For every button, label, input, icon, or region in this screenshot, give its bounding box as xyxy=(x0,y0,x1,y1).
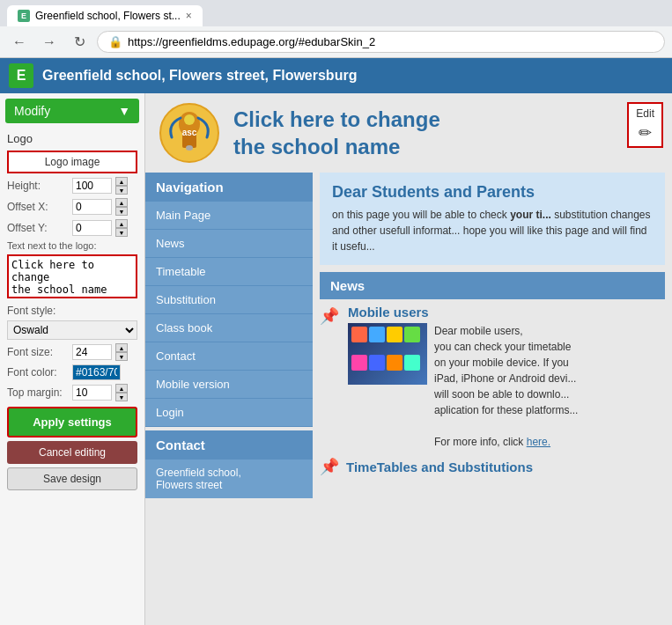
more-info-link[interactable]: here. xyxy=(527,436,550,448)
app-title: Greenfield school, Flowers street, Flowe… xyxy=(42,68,357,84)
apply-settings-btn[interactable]: Apply settings xyxy=(7,407,137,438)
cancel-editing-btn[interactable]: Cancel editing xyxy=(7,441,137,464)
edit-box[interactable]: Edit ✏ xyxy=(627,102,663,148)
top-margin-up[interactable]: ▲ xyxy=(115,384,128,393)
nav-item-login[interactable]: Login xyxy=(145,399,313,427)
school-header: asc Click here to change the school name… xyxy=(145,93,672,173)
news-pin-icon: 📌 xyxy=(320,306,339,450)
svg-point-3 xyxy=(184,114,195,125)
top-margin-input[interactable] xyxy=(72,385,112,401)
contact-line1: Greenfield school, xyxy=(156,467,302,479)
font-size-label: Font size: xyxy=(7,346,69,358)
school-logo: asc xyxy=(159,102,220,164)
logo-section-label: Logo xyxy=(0,129,144,149)
height-down[interactable]: ▼ xyxy=(115,186,128,195)
news-item: 📌 Mobile users xyxy=(320,305,665,450)
browser-tab[interactable]: E Greenfield school, Flowers st... × xyxy=(7,5,203,26)
text-next-label: Text next to the logo: xyxy=(0,239,144,253)
main-layout: Modify ▼ Logo Logo image Height: ▲ ▼ Off… xyxy=(0,93,672,625)
tab-close-btn[interactable]: × xyxy=(186,10,192,22)
school-name-line1: Click here to change xyxy=(233,106,440,133)
font-size-spinners: ▲ ▼ xyxy=(115,343,128,361)
content-area: asc Click here to change the school name… xyxy=(145,93,672,625)
app-logo: E xyxy=(9,63,33,88)
offset-y-field-row: Offset Y: ▲ ▼ xyxy=(0,217,144,239)
tab-title: Greenfield school, Flowers st... xyxy=(35,10,181,22)
modify-btn[interactable]: Modify ▼ xyxy=(5,99,139,123)
offset-y-up[interactable]: ▲ xyxy=(115,219,128,228)
logo-image-btn[interactable]: Logo image xyxy=(7,151,137,173)
nav-item-mobile[interactable]: Mobile version xyxy=(145,371,313,399)
offset-x-spinners: ▲ ▼ xyxy=(115,198,128,216)
two-col-layout: Navigation Main Page News Timetable Subs… xyxy=(145,173,672,498)
offset-x-input[interactable] xyxy=(72,199,112,215)
font-size-field-row: Font size: ▲ ▼ xyxy=(0,342,144,363)
timetable-title: TimeTables and Substitutions xyxy=(346,460,533,474)
font-color-input[interactable] xyxy=(72,364,121,380)
save-design-btn[interactable]: Save design xyxy=(7,467,137,490)
nav-item-mainpage[interactable]: Main Page xyxy=(145,202,313,230)
school-name-textarea[interactable]: Click here to change the school name xyxy=(7,254,137,298)
top-margin-down[interactable]: ▼ xyxy=(115,393,128,401)
news-item-title: Mobile users xyxy=(348,305,578,320)
font-size-input[interactable] xyxy=(72,344,112,360)
svg-text:asc: asc xyxy=(182,128,197,137)
news-body-row: Dear mobile users, you can check your ti… xyxy=(348,323,578,450)
height-field-row: Height: ▲ ▼ xyxy=(0,175,144,196)
nav-item-substitution[interactable]: Substitution xyxy=(145,286,313,314)
offset-x-up[interactable]: ▲ xyxy=(115,198,128,207)
forward-btn[interactable]: → xyxy=(37,30,62,55)
height-up[interactable]: ▲ xyxy=(115,177,128,186)
welcome-text: on this page you will be able to check y… xyxy=(332,207,653,254)
offset-y-label: Offset Y: xyxy=(7,222,69,234)
browser-tab-bar: E Greenfield school, Flowers st... × xyxy=(0,0,672,26)
news-thumbnail xyxy=(348,323,427,385)
nav-item-contact[interactable]: Contact xyxy=(145,342,313,371)
phone-block xyxy=(351,355,367,371)
phone-block xyxy=(404,327,420,342)
offset-y-spinners: ▲ ▼ xyxy=(115,219,128,237)
phone-block xyxy=(387,327,402,342)
font-size-up[interactable]: ▲ xyxy=(115,343,128,352)
modify-arrow: ▼ xyxy=(118,104,130,118)
app-header: E Greenfield school, Flowers street, Flo… xyxy=(0,58,672,93)
browser-nav-bar: ← → ↻ 🔒 https://greenfieldms.edupage.org… xyxy=(0,26,672,58)
welcome-box: Dear Students and Parents on this page y… xyxy=(320,173,665,265)
sidebar: Modify ▼ Logo Logo image Height: ▲ ▼ Off… xyxy=(0,93,145,625)
offset-y-down[interactable]: ▼ xyxy=(115,228,128,237)
svg-point-4 xyxy=(186,145,193,151)
nav-item-classbook[interactable]: Class book xyxy=(145,314,313,342)
top-margin-spinners: ▲ ▼ xyxy=(115,384,128,401)
reload-btn[interactable]: ↻ xyxy=(67,30,92,55)
nav-item-news[interactable]: News xyxy=(145,230,313,258)
news-section-header: News xyxy=(320,272,665,299)
back-btn[interactable]: ← xyxy=(7,30,32,55)
font-select[interactable]: Oswald xyxy=(7,320,137,340)
offset-x-down[interactable]: ▼ xyxy=(115,207,128,216)
font-size-down[interactable]: ▼ xyxy=(115,352,128,361)
phone-block xyxy=(369,355,385,371)
height-label: Height: xyxy=(7,180,69,192)
offset-y-input[interactable] xyxy=(72,220,112,236)
school-name-display[interactable]: Click here to change the school name xyxy=(233,106,440,160)
lock-icon: 🔒 xyxy=(108,35,122,48)
phone-block xyxy=(351,327,367,342)
contact-info: Greenfield school, Flowers street xyxy=(145,460,313,498)
more-info-text: For more info, click xyxy=(434,436,527,448)
phone-block xyxy=(404,355,420,371)
tab-favicon: E xyxy=(18,10,30,22)
font-color-field-row: Font color: xyxy=(0,363,144,382)
height-input[interactable] xyxy=(72,178,112,194)
news-section: News 📌 Mobile users xyxy=(320,272,665,476)
offset-x-field-row: Offset X: ▲ ▼ xyxy=(0,196,144,217)
nav-item-timetable[interactable]: Timetable xyxy=(145,258,313,286)
nav-panel: Navigation Main Page News Timetable Subs… xyxy=(145,173,313,498)
contact-nav-header: Contact xyxy=(145,430,313,460)
address-bar[interactable]: 🔒 https://greenfieldms.edupage.org/#edub… xyxy=(97,31,665,53)
timetable-section: 📌 TimeTables and Substitutions xyxy=(320,457,665,476)
edit-label: Edit xyxy=(636,107,654,120)
nav-header: Navigation xyxy=(145,173,313,202)
timetable-pin-icon: 📌 xyxy=(320,457,339,476)
edit-pencil-icon: ✏ xyxy=(639,123,652,143)
height-spinners: ▲ ▼ xyxy=(115,177,128,195)
